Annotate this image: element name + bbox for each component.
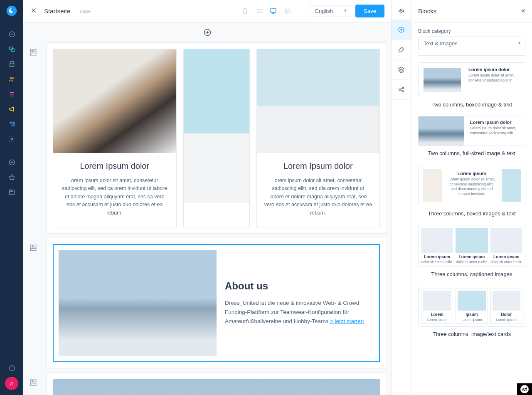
nav-customers[interactable] (0, 72, 23, 86)
nav-help-icon[interactable] (8, 365, 15, 373)
svg-rect-22 (30, 380, 32, 382)
nav-settings[interactable] (0, 131, 23, 146)
section-3[interactable] (47, 373, 386, 395)
nav-sidebar: A (0, 0, 23, 395)
page-title: Startseite (44, 7, 70, 15)
svg-rect-12 (257, 9, 261, 13)
block-template-two-col-full[interactable]: Lorem ipsum dolorLorem ipsum dolor sit a… (418, 116, 525, 156)
svg-rect-24 (30, 383, 36, 385)
card-image (53, 49, 176, 153)
about-desc: Dress_United ist die neue & innovative W… (225, 299, 374, 326)
block-template-three-col-boxed[interactable]: Lorem ipsumLorem ipsum dolor sit amet, c… (418, 165, 525, 217)
panel-title: Blocks (418, 7, 436, 15)
device-mobile[interactable] (239, 5, 251, 17)
svg-point-7 (11, 138, 12, 140)
tool-rail (392, 0, 411, 395)
card-image (257, 49, 380, 153)
language-select[interactable]: English (310, 5, 351, 17)
about-image (59, 250, 217, 356)
section-handle-icon[interactable] (30, 379, 37, 388)
blocks-panel: Blocks × Block category Text & images Lo… (411, 0, 532, 395)
section-handle-icon[interactable] (30, 49, 37, 58)
svg-point-5 (12, 77, 14, 79)
card-image (184, 49, 249, 203)
svg-rect-13 (271, 9, 276, 12)
svg-rect-9 (9, 190, 14, 194)
about-link[interactable]: > jetzt starten (330, 318, 364, 324)
section-1[interactable]: Lorem Ipsum dolor orem ipsum dolor sit a… (47, 42, 386, 234)
close-button[interactable] (30, 7, 37, 16)
card-3[interactable]: Lorem Ipsum dolor orem ipsum dolor sit a… (256, 49, 380, 227)
tool-share[interactable] (392, 80, 411, 100)
about-title: About us (225, 280, 374, 292)
device-desktop[interactable] (267, 5, 279, 17)
card-2[interactable] (183, 49, 250, 227)
svg-rect-16 (30, 49, 32, 52)
category-label: Block category (418, 28, 525, 34)
tool-add-block[interactable] (392, 20, 411, 40)
page-subtitle: page (79, 8, 91, 14)
tool-layers[interactable] (392, 60, 411, 80)
svg-point-0 (7, 6, 17, 16)
nav-add[interactable] (0, 155, 23, 170)
block-template-three-col-cards[interactable]: LoremLorem ipsum IpsumLorem ipsum DolorL… (418, 286, 525, 337)
svg-rect-19 (30, 245, 32, 247)
svg-rect-23 (34, 380, 36, 382)
svg-point-4 (10, 77, 12, 79)
nav-catalog[interactable] (0, 42, 23, 57)
tool-edit[interactable] (392, 40, 411, 60)
svg-rect-17 (34, 49, 36, 52)
category-select[interactable]: Text & images (418, 37, 525, 50)
svg-rect-20 (34, 245, 36, 247)
nav-extensions[interactable] (0, 116, 23, 131)
panel-close-button[interactable]: × (521, 7, 525, 15)
hero-image (53, 379, 380, 395)
card-title: Lorem Ipsum dolor (264, 161, 372, 171)
card-1[interactable]: Lorem Ipsum dolor orem ipsum dolor sit a… (53, 49, 177, 227)
card-text: orem ipsum dolor sit amet, consetetur sa… (61, 177, 169, 217)
symfony-badge[interactable]: sf (517, 383, 532, 395)
nav-store[interactable] (0, 170, 23, 185)
add-section-top[interactable] (23, 22, 391, 42)
svg-point-25 (400, 9, 402, 10)
save-button[interactable]: Save (355, 5, 384, 17)
svg-rect-21 (30, 248, 36, 250)
nav-content[interactable] (0, 86, 23, 101)
section-2[interactable]: About us Dress_United ist die neue & inn… (47, 238, 386, 368)
nav-marketing[interactable] (0, 101, 23, 116)
app-logo[interactable] (4, 3, 19, 18)
user-avatar[interactable]: A (5, 377, 18, 390)
about-block[interactable]: About us Dress_United ist die neue & inn… (53, 244, 380, 362)
svg-rect-18 (30, 53, 36, 55)
toolbar: Startseite page English Save (23, 0, 391, 22)
nav-orders[interactable] (0, 57, 23, 72)
card-text: orem ipsum dolor sit amet, consetetur sa… (264, 177, 372, 217)
section-handle-icon[interactable] (30, 244, 37, 253)
block-template-three-col-caption[interactable]: Lorem ipsumdolor sit amet e elitr. Lorem… (418, 225, 525, 277)
card-title: Lorem Ipsum dolor (61, 161, 169, 171)
device-form[interactable] (281, 5, 293, 17)
tool-settings[interactable] (392, 0, 411, 20)
svg-rect-11 (244, 9, 246, 13)
nav-save-icon[interactable] (0, 185, 23, 200)
nav-dashboard[interactable] (0, 27, 23, 42)
block-template-two-col-boxed[interactable]: Lorem ipsum dolorLorem ipsum dolor sit a… (418, 62, 525, 108)
device-tablet[interactable] (253, 5, 265, 17)
canvas[interactable]: Lorem Ipsum dolor orem ipsum dolor sit a… (23, 22, 391, 395)
